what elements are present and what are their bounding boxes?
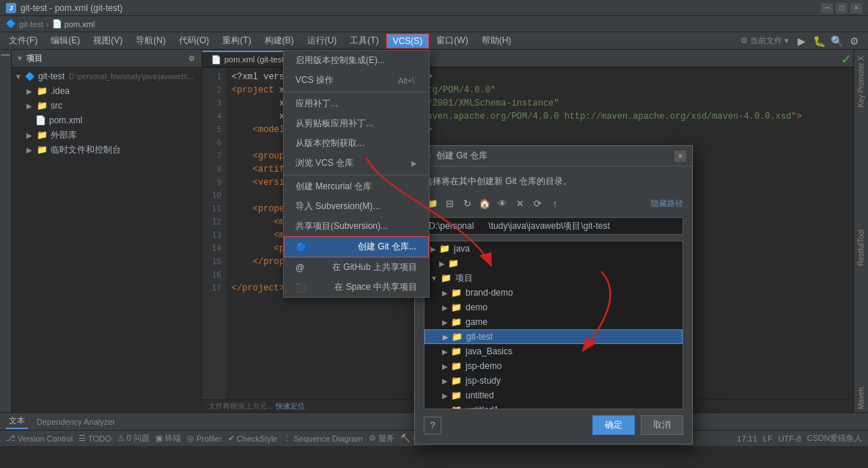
delete-button[interactable]: ✕ bbox=[512, 195, 528, 211]
dtree-jsp-study[interactable]: ▶ 📁 jsp-study bbox=[424, 373, 683, 388]
sequence-icon: ⋮ bbox=[283, 434, 291, 443]
expand-icon-projects: ▼ bbox=[430, 274, 438, 282]
folder-icon-jsp-demo: 📁 bbox=[451, 361, 462, 371]
hide-path-link[interactable]: 隐藏路径 bbox=[651, 198, 683, 209]
menu-vcs[interactable]: VCS(S) bbox=[386, 34, 430, 48]
collapse-all-button[interactable]: ⊟ bbox=[441, 195, 457, 211]
minimize-button[interactable]: ─ bbox=[821, 3, 833, 13]
show-hidden-button[interactable]: 👁 bbox=[494, 195, 510, 211]
dtree-java-basics[interactable]: ▶ 📁 java_Basics bbox=[424, 344, 683, 359]
dtree-java[interactable]: ▶ 📁 java bbox=[424, 241, 683, 256]
bottom-tab-text[interactable]: 文本 bbox=[6, 414, 28, 429]
restful-tool-label[interactable]: RestfulTool bbox=[856, 227, 867, 268]
tree-item-temp[interactable]: ▶ 📁 临时文件和控制台 bbox=[12, 142, 202, 157]
menu-window[interactable]: 窗口(W) bbox=[430, 33, 474, 48]
tree-arrow-src: ▶ bbox=[26, 102, 35, 110]
create-git-icon: 🔵 bbox=[296, 242, 307, 252]
folder-icon-brand: 📁 bbox=[451, 288, 462, 298]
tree-item-git-test[interactable]: ▼ 🔷 git-test D:\personal_fxw\study\java\… bbox=[12, 69, 202, 84]
menu-view[interactable]: 视图(V) bbox=[87, 33, 128, 48]
dtree-brand-demo[interactable]: ▶ 📁 brand-demo bbox=[424, 285, 683, 300]
menu-run[interactable]: 运行(U) bbox=[301, 33, 343, 48]
home-button[interactable]: 🏠 bbox=[477, 195, 493, 211]
cancel-button[interactable]: 取消 bbox=[641, 415, 683, 435]
title-bar: J git-test - pom.xml (git-test) ─ □ × bbox=[0, 0, 868, 16]
vcs-menu-import-svn[interactable]: 导入 Subversion(M)... bbox=[284, 197, 429, 216]
dtree-jsp-demo[interactable]: ▶ 📁 jsp-demo bbox=[424, 359, 683, 373]
vcs-menu-get-from-vcs[interactable]: 从版本控制获取... bbox=[284, 134, 429, 153]
vcs-menu-ops[interactable]: VCS 操作 Alt+\` bbox=[284, 70, 429, 90]
help-button[interactable]: ? bbox=[424, 417, 441, 434]
vcs-menu-apply-patch[interactable]: 应用补丁... bbox=[284, 94, 429, 114]
dtree-untitled[interactable]: ▶ 📁 untitled bbox=[424, 388, 683, 403]
window-controls[interactable]: ─ □ × bbox=[821, 3, 862, 13]
dtree-projects[interactable]: ▼ 📁 项目 bbox=[424, 271, 683, 285]
status-services[interactable]: ⚙ 服务 bbox=[369, 433, 394, 444]
vcs-menu-browse-repo[interactable]: 浏览 VCS 仓库 ▶ bbox=[284, 153, 429, 173]
maven-label[interactable]: Maven bbox=[856, 384, 867, 412]
status-problems[interactable]: ⚠ 0 问题 bbox=[117, 433, 150, 444]
tree-item-idea[interactable]: ▶ 📁 .idea bbox=[12, 84, 202, 98]
folder-icon-jsp-study: 📁 bbox=[451, 376, 462, 386]
up-button[interactable]: ↑ bbox=[547, 195, 563, 211]
search-everywhere-btn[interactable]: 🔍 bbox=[828, 33, 845, 49]
vcs-menu-enable[interactable]: 启用版本控制集成(E)... bbox=[284, 51, 429, 70]
quick-locate-link[interactable]: 快速定位 bbox=[276, 401, 305, 412]
close-button[interactable]: × bbox=[850, 3, 862, 13]
menu-code[interactable]: 代码(O) bbox=[173, 33, 215, 48]
menu-edit[interactable]: 编辑(E) bbox=[45, 33, 86, 48]
dtree-demo[interactable]: ▶ 📁 demo bbox=[424, 300, 683, 315]
refresh-button[interactable]: ↻ bbox=[459, 195, 475, 211]
tree-path: D:\personal_fxw\study\java\javaweb\... bbox=[69, 73, 194, 81]
vcs-menu-create-mercurial[interactable]: 创建 Mercurial 仓库 bbox=[284, 177, 429, 197]
path-input[interactable] bbox=[424, 217, 683, 235]
tree-item-external-libs[interactable]: ▶ 📁 外部库 bbox=[12, 128, 202, 142]
vcs-menu-share-github[interactable]: @ 在 GitHub 上共享项目 bbox=[284, 257, 429, 277]
vcs-menu-share-svn[interactable]: 共享项目(Subversion)... bbox=[284, 216, 429, 236]
status-checkstyle[interactable]: ✔ CheckStyle bbox=[228, 434, 278, 443]
panel-toggle[interactable]: ▼ bbox=[16, 54, 23, 62]
reload-button[interactable]: ⟳ bbox=[529, 195, 545, 211]
key-promoter-label[interactable]: Key Promoter X bbox=[857, 53, 865, 111]
menu-build[interactable]: 构建(B) bbox=[259, 33, 300, 48]
status-profiler[interactable]: ◎ Profiler bbox=[187, 434, 222, 443]
dtree-game[interactable]: ▶ 📁 game bbox=[424, 315, 683, 329]
vcs-menu-share-space[interactable]: ⬛ 在 Space 中共享项目 bbox=[284, 277, 429, 297]
gear-icon[interactable]: ⚙ bbox=[185, 53, 197, 65]
status-todo[interactable]: ☰ TODO bbox=[78, 434, 111, 443]
label-jsp-demo: jsp-demo bbox=[466, 361, 501, 371]
build-icon: 🔨 bbox=[400, 434, 411, 443]
git-status-icon: ⎇ bbox=[6, 434, 15, 443]
dtree-untitled1[interactable]: ▶ 📁 untitled1 bbox=[424, 403, 683, 409]
vcs-menu-apply-patch-clip[interactable]: 从剪贴板应用补丁... bbox=[284, 114, 429, 134]
dtree-git-test[interactable]: ▶ 📁 git-test bbox=[424, 329, 683, 344]
project-breadcrumb: 🔷 bbox=[6, 19, 16, 29]
status-sequence[interactable]: ⋮ Sequence Diagram bbox=[283, 434, 362, 443]
tree-arrow: ▼ bbox=[15, 73, 23, 81]
confirm-button[interactable]: 确定 bbox=[592, 415, 635, 435]
dialog-tree[interactable]: ▶ 📁 java ▶ 📁 ▼ 📁 项目 ▶ � bbox=[424, 241, 683, 409]
bottom-tab-dependency[interactable]: Dependency Analyzer bbox=[34, 416, 118, 428]
label-game: game bbox=[466, 317, 488, 327]
run-btn[interactable]: ▶ bbox=[793, 33, 809, 49]
status-terminal[interactable]: ▣ 终端 bbox=[155, 433, 181, 444]
tree-item-src[interactable]: ▶ 📁 src bbox=[12, 98, 202, 113]
maximize-button[interactable]: □ bbox=[836, 3, 847, 13]
vcs-menu-create-git[interactable]: 🔵 创建 Git 仓库... bbox=[284, 236, 429, 257]
tree-label-idea: .idea bbox=[51, 86, 70, 96]
menu-help[interactable]: 帮助(H) bbox=[476, 33, 518, 48]
folder-icon-git-test: 📁 bbox=[452, 332, 463, 342]
tree-arrow-ext: ▶ bbox=[26, 131, 35, 139]
settings-btn[interactable]: ⚙ bbox=[846, 33, 862, 49]
dialog-close-button[interactable]: × bbox=[674, 150, 686, 162]
tree-item-pom[interactable]: 📄 pom.xml bbox=[12, 113, 202, 128]
menu-refactor[interactable]: 重构(T) bbox=[216, 33, 257, 48]
menu-navigate[interactable]: 导航(N) bbox=[130, 33, 172, 48]
menu-file[interactable]: 文件(F) bbox=[3, 33, 43, 48]
status-version-control[interactable]: ⎇ Version Control bbox=[6, 434, 73, 443]
status-lf: LF bbox=[763, 434, 773, 443]
dialog-toolbar: 📁 ⊟ ↻ 🏠 👁 ✕ ⟳ ↑ 隐藏路径 bbox=[424, 195, 683, 211]
dtree-java-sub[interactable]: ▶ 📁 bbox=[424, 256, 683, 271]
menu-tools[interactable]: 工具(T) bbox=[344, 33, 384, 48]
debug-btn[interactable]: 🐛 bbox=[811, 33, 827, 49]
